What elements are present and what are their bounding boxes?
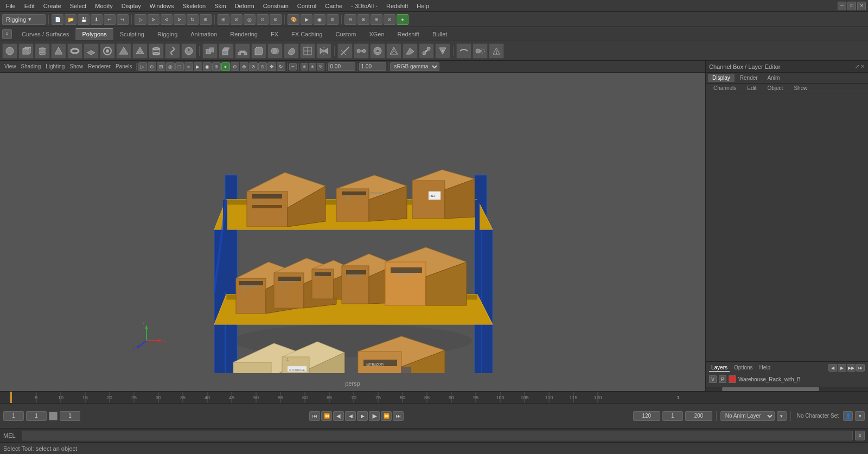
translate-btn[interactable]: ⊳ bbox=[174, 14, 186, 25]
range-start-input[interactable] bbox=[662, 411, 683, 421]
boolean-btn[interactable] bbox=[267, 43, 283, 59]
ipr-btn[interactable]: ◉ bbox=[314, 14, 326, 25]
frame-start-input[interactable] bbox=[3, 411, 24, 421]
tab-xgen[interactable]: XGen bbox=[362, 28, 391, 40]
menu-modify[interactable]: Modify bbox=[91, 2, 116, 10]
bevel-btn[interactable] bbox=[251, 43, 266, 59]
xray-btn[interactable]: ⊖ bbox=[344, 14, 356, 25]
camera-val-input[interactable] bbox=[328, 62, 355, 71]
save-scene-btn[interactable]: 💾 bbox=[78, 14, 90, 25]
step-fwd-btn[interactable]: ⏩ bbox=[381, 411, 392, 421]
vp-aa-btn[interactable]: ≈ bbox=[184, 62, 193, 71]
menu-deform[interactable]: Deform bbox=[231, 2, 258, 10]
cb-tab-render[interactable]: Render bbox=[736, 74, 762, 82]
vp-focus-btn[interactable]: ⊙ bbox=[148, 62, 156, 71]
scale-btn[interactable]: ⊕ bbox=[200, 14, 212, 25]
anim-layer-arrow-btn[interactable]: ▾ bbox=[777, 411, 787, 421]
play-back-btn[interactable]: ◀ bbox=[345, 411, 356, 421]
undo-btn[interactable]: ↩ bbox=[104, 14, 116, 25]
vp-cam-btn[interactable]: ⊘ bbox=[249, 62, 258, 71]
vp-world-btn[interactable]: ↻ bbox=[317, 63, 324, 71]
tab-fx[interactable]: FX bbox=[264, 28, 285, 40]
menu-constrain[interactable]: Constrain bbox=[259, 2, 292, 10]
soccer-btn[interactable] bbox=[181, 43, 196, 59]
helix-btn[interactable] bbox=[165, 43, 180, 59]
lasso-select-btn[interactable]: ⊳ bbox=[148, 14, 159, 25]
snap-point-btn[interactable]: ◎ bbox=[244, 14, 256, 25]
cb-menu-channels[interactable]: Channels bbox=[708, 84, 742, 92]
smooth-btn[interactable]: ⊕ bbox=[371, 14, 382, 25]
connect-btn[interactable] bbox=[354, 43, 369, 59]
menu-select[interactable]: Select bbox=[66, 2, 91, 10]
menu-cache[interactable]: Cache bbox=[321, 2, 346, 10]
layer-nav-back-btn[interactable]: ◀ bbox=[828, 364, 837, 372]
workspace-dropdown[interactable]: Rigging ▾ bbox=[2, 14, 46, 25]
tab-fx-caching[interactable]: FX Caching bbox=[285, 28, 329, 40]
wireframe-btn[interactable]: ⊗ bbox=[358, 14, 369, 25]
mel-script-btn[interactable]: ≡ bbox=[855, 431, 865, 440]
menu-3dtall[interactable]: - 3DtoAll - bbox=[347, 2, 381, 10]
next-key-btn[interactable]: |▶ bbox=[369, 411, 380, 421]
vp-display-btn[interactable]: ◉ bbox=[203, 62, 212, 71]
cleanup-btn[interactable] bbox=[489, 43, 504, 59]
cb-tab-anim[interactable]: Anim bbox=[763, 74, 784, 82]
cube-btn[interactable] bbox=[18, 43, 34, 59]
tab-redshift[interactable]: Redshift bbox=[391, 28, 426, 40]
cylinder-btn[interactable] bbox=[35, 43, 50, 59]
vp-back1-btn[interactable]: ↩ bbox=[289, 63, 297, 71]
color-swatch[interactable] bbox=[49, 412, 58, 420]
menu-redshift[interactable]: Redshift bbox=[382, 2, 412, 10]
play-fwd-btn[interactable]: ▶ bbox=[357, 411, 368, 421]
viewport-canvas[interactable]: 11 11 amazon bbox=[0, 73, 705, 391]
menu-display[interactable]: Display bbox=[118, 2, 145, 10]
isolate-btn[interactable]: ⊘ bbox=[384, 14, 395, 25]
prev-key-btn[interactable]: ◀| bbox=[333, 411, 344, 421]
menu-help[interactable]: Help bbox=[413, 2, 433, 10]
tab-curves-surfaces[interactable]: Curves / Surfaces bbox=[15, 28, 75, 40]
layer-nav-skip2-btn[interactable]: ⏭ bbox=[856, 364, 865, 372]
paint-select-btn[interactable]: ⊲ bbox=[161, 14, 173, 25]
mirror-btn[interactable] bbox=[316, 43, 331, 59]
tab-sculpting[interactable]: Sculpting bbox=[113, 28, 151, 40]
cb-menu-object[interactable]: Object bbox=[762, 84, 789, 92]
cb-scrollbar-thumb[interactable] bbox=[722, 387, 819, 391]
cone-btn[interactable] bbox=[51, 43, 66, 59]
shader-editor-btn[interactable]: ≋ bbox=[327, 14, 339, 25]
cb-scrollbar[interactable] bbox=[706, 387, 868, 391]
layer-nav-fwd-btn[interactable]: ▶ bbox=[838, 364, 846, 372]
plane-btn[interactable] bbox=[84, 43, 99, 59]
subdivide-btn[interactable] bbox=[300, 43, 315, 59]
menu-create[interactable]: Create bbox=[40, 2, 65, 10]
layer-v-btn-0[interactable]: V bbox=[709, 375, 717, 383]
combine-btn[interactable] bbox=[202, 43, 218, 59]
prism-btn[interactable] bbox=[116, 43, 131, 59]
vp-pan-btn[interactable]: ✥ bbox=[267, 62, 276, 71]
render-btn[interactable]: ▶ bbox=[301, 14, 312, 25]
menu-edit[interactable]: Edit bbox=[21, 2, 39, 10]
vp-manip-btn[interactable]: ⊙ bbox=[258, 62, 267, 71]
sidebar-toggle-btn[interactable]: ≡ bbox=[2, 29, 12, 39]
layers-tab-options[interactable]: Options bbox=[732, 364, 755, 372]
menu-file[interactable]: File bbox=[2, 2, 20, 10]
frame-current-input[interactable] bbox=[26, 411, 47, 421]
window-close-btn[interactable]: ✕ bbox=[857, 2, 866, 10]
timeline-area[interactable]: 1 5 10 15 20 25 30 35 40 bbox=[0, 391, 868, 403]
redo-btn[interactable]: ↪ bbox=[117, 14, 129, 25]
menu-skin[interactable]: Skin bbox=[210, 2, 229, 10]
vp-xray-btn[interactable]: ⊖ bbox=[231, 62, 239, 71]
vp-resolution-btn[interactable]: □ bbox=[175, 62, 184, 71]
vp-axis-btn[interactable]: ⊗ bbox=[309, 63, 316, 71]
tab-polygons[interactable]: Polygons bbox=[75, 28, 113, 40]
merge-btn[interactable] bbox=[419, 43, 434, 59]
layer-p-btn-0[interactable]: P bbox=[719, 375, 726, 383]
channel-box-close-btn[interactable]: ✕ bbox=[860, 63, 865, 69]
vp-light-btn[interactable]: ● bbox=[221, 62, 230, 71]
rotate-btn[interactable]: ↻ bbox=[187, 14, 199, 25]
layers-tab-layers[interactable]: Layers bbox=[709, 364, 730, 372]
cb-menu-show[interactable]: Show bbox=[788, 84, 813, 92]
vp-shader-btn[interactable]: ⊕ bbox=[212, 62, 221, 71]
wedge-btn[interactable] bbox=[403, 43, 418, 59]
snap-surface-btn[interactable]: ⊙ bbox=[257, 14, 269, 25]
anim-layer-dropdown[interactable]: No Anim Layer bbox=[720, 411, 775, 421]
vp-tumble-btn[interactable]: ↻ bbox=[277, 62, 285, 71]
